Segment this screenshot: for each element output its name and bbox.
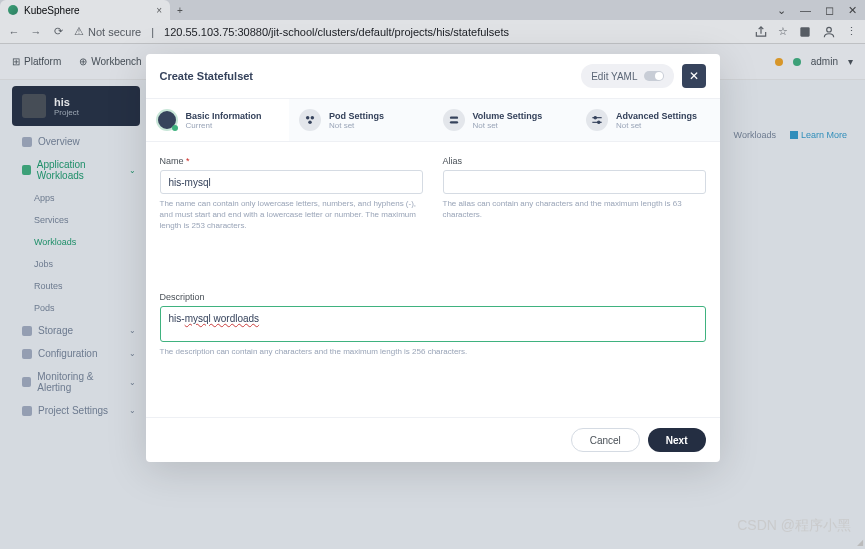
description-input[interactable]: his-mysql wordloads [160, 306, 706, 342]
volume-icon [443, 109, 465, 131]
pod-icon [299, 109, 321, 131]
basic-info-icon [156, 109, 178, 131]
resize-handle-icon[interactable]: ◢ [857, 538, 863, 547]
alias-label: Alias [443, 156, 706, 166]
alias-input[interactable] [443, 170, 706, 194]
create-statefulset-modal: Create Statefulset Edit YAML ✕ Basic Inf… [146, 54, 720, 462]
step-pod-settings[interactable]: Pod SettingsNot set [289, 99, 433, 141]
svg-rect-5 [449, 117, 457, 119]
name-input[interactable] [160, 170, 423, 194]
edit-yaml-label: Edit YAML [591, 71, 637, 82]
toggle-icon [644, 71, 664, 81]
svg-point-4 [308, 121, 312, 125]
next-button[interactable]: Next [648, 428, 706, 452]
edit-yaml-toggle[interactable]: Edit YAML [581, 64, 673, 88]
svg-point-9 [594, 117, 596, 119]
wizard-steps: Basic InformationCurrent Pod SettingsNot… [146, 98, 720, 142]
watermark-text: CSDN @程序小黑 [737, 517, 851, 535]
description-label: Description [160, 292, 706, 302]
name-help: The name can contain only lowercase lett… [160, 198, 423, 232]
modal-title: Create Statefulset [160, 70, 254, 82]
name-label: Name * [160, 156, 423, 166]
description-help: The description can contain any characte… [160, 346, 706, 357]
svg-point-2 [306, 116, 310, 120]
step-basic-info[interactable]: Basic InformationCurrent [146, 99, 290, 141]
close-button[interactable]: ✕ [682, 64, 706, 88]
svg-point-10 [598, 121, 600, 123]
close-icon: ✕ [689, 69, 699, 83]
advanced-icon [586, 109, 608, 131]
cancel-button[interactable]: Cancel [571, 428, 640, 452]
svg-rect-6 [449, 121, 457, 123]
modal-backdrop[interactable]: Create Statefulset Edit YAML ✕ Basic Inf… [0, 0, 865, 549]
step-volume-settings[interactable]: Volume SettingsNot set [433, 99, 577, 141]
svg-point-3 [311, 116, 315, 120]
step-advanced-settings[interactable]: Advanced SettingsNot set [576, 99, 720, 141]
alias-help: The alias can contain any characters and… [443, 198, 706, 220]
